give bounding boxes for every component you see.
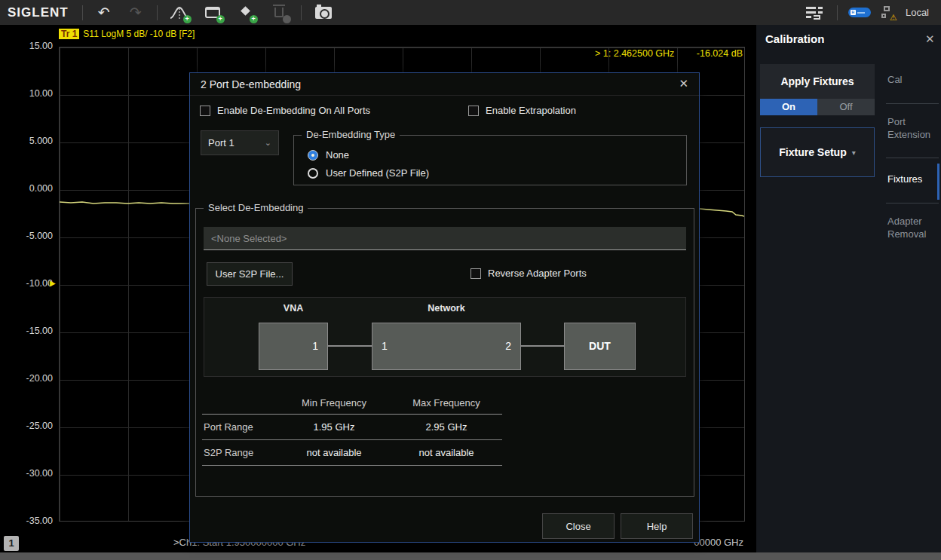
close-button[interactable]: Close <box>542 513 615 539</box>
plus-badge-icon: + <box>250 15 258 23</box>
fixture-setup-label: Fixture Setup <box>779 146 846 158</box>
user-s2p-file-button[interactable]: User S2P File... <box>207 262 293 286</box>
checkbox-icon[interactable] <box>200 106 210 116</box>
max-frequency-header: Max Frequency <box>391 397 502 409</box>
trace-badge[interactable]: Tr 1 <box>59 29 79 39</box>
network-label: Network <box>428 303 464 314</box>
siglent-logo: SIGLENT <box>8 5 69 20</box>
add-trace-icon[interactable]: + <box>168 3 191 23</box>
radio-unselected-icon[interactable] <box>308 168 318 179</box>
usb-device-icon[interactable]: H <box>848 8 871 17</box>
lan-node-icon <box>884 6 890 11</box>
tab-cal[interactable]: Cal <box>887 73 940 86</box>
table-row: Port Range 1.95 GHz 2.95 GHz <box>202 415 502 440</box>
reference-level-marker-icon[interactable]: ▶ <box>50 279 56 287</box>
trace-settings-label[interactable]: S11 LogM 5 dB/ -10 dB [F2] <box>83 29 195 39</box>
toolbar-right-group: H ⚠ Local <box>804 3 933 23</box>
add-marker-icon[interactable]: + <box>234 3 257 23</box>
network-port2-number: 2 <box>505 340 511 352</box>
checkbox-icon[interactable] <box>470 268 481 279</box>
tab-divider <box>886 158 939 158</box>
toggle-on[interactable]: On <box>760 99 817 115</box>
undo-icon[interactable]: ↶ <box>93 3 115 23</box>
port-range-min: 1.95 GHz <box>277 421 391 433</box>
local-mode-label[interactable]: Local <box>906 7 929 18</box>
y-axis-tick: 15.00 <box>5 41 53 51</box>
y-axis-tick: -20.00 <box>5 373 53 384</box>
port-range-max: 2.95 GHz <box>391 421 502 433</box>
toolbar-divider <box>301 5 302 20</box>
top-toolbar: SIGLENT ↶ ↷ + + + <box>0 0 941 25</box>
help-button[interactable]: Help <box>621 513 693 539</box>
fixture-setup-button[interactable]: Fixture Setup ▾ <box>760 127 875 177</box>
channel-badge[interactable]: 1 <box>4 536 19 551</box>
trace-segment-right <box>700 209 744 216</box>
s2p-range-label: S2P Range <box>202 447 277 458</box>
table-row: S2P Range not available not available <box>202 440 502 466</box>
de-embedding-type-group: De-Embedding Type None User Defined (S2P… <box>293 135 687 185</box>
layout-bars-icon <box>806 6 824 20</box>
tab-divider <box>886 203 939 203</box>
radio-label: None <box>326 149 349 161</box>
lan-status-icon[interactable]: ⚠ <box>881 6 895 20</box>
vna-label: VNA <box>284 303 303 314</box>
y-axis-tick: -25.00 <box>5 421 53 431</box>
marker-diamond-icon <box>241 6 250 16</box>
checkbox-icon[interactable] <box>468 106 479 116</box>
dialog-close-icon[interactable]: ✕ <box>679 77 688 90</box>
enable-extrapolation-checkbox[interactable]: Enable Extrapolation <box>468 105 576 116</box>
enable-all-ports-checkbox[interactable]: Enable De-Embedding On All Ports <box>200 105 370 116</box>
s2p-file-field[interactable]: <None Selected> <box>204 227 686 250</box>
port-select-dropdown[interactable]: Port 1 ⌄ <box>201 130 279 155</box>
plus-badge-icon: + <box>216 15 225 23</box>
y-axis-tick: -10.00 <box>5 278 53 289</box>
redo-icon[interactable]: ↷ <box>125 3 146 23</box>
radio-label: User Defined (S2P File) <box>326 167 429 179</box>
warning-icon: ⚠ <box>890 13 897 23</box>
network-diagram: VNA Network 1 1 2 DUT <box>204 297 686 377</box>
y-axis-tick: -15.00 <box>5 326 53 336</box>
radio-selected-icon[interactable] <box>308 150 318 161</box>
vna-box: 1 <box>259 323 328 370</box>
group-label: Select De-Embedding <box>204 202 308 213</box>
radio-none[interactable]: None <box>308 149 349 161</box>
toolbar-divider <box>837 5 838 20</box>
connector-line <box>328 345 372 347</box>
checkbox-label: Enable De-Embedding On All Ports <box>217 105 370 116</box>
plus-badge-icon: + <box>183 15 192 23</box>
checkbox-label: Reverse Adapter Ports <box>488 268 587 279</box>
calibration-sidebar: Calibration ✕ Apply Fixtures On Off Fixt… <box>756 25 941 552</box>
network-port1-number: 1 <box>382 340 388 352</box>
delete-icon[interactable] <box>268 3 290 23</box>
add-window-icon[interactable]: + <box>201 3 224 23</box>
min-frequency-header: Min Frequency <box>277 397 391 409</box>
y-axis-tick: 10.00 <box>5 88 53 99</box>
tab-adapter-removal[interactable]: Adapter Removal <box>887 215 940 240</box>
frequency-range-table: Min Frequency Max Frequency Port Range 1… <box>202 392 502 466</box>
bottom-window-edge <box>0 552 941 560</box>
toggle-off[interactable]: Off <box>817 99 875 115</box>
y-axis-tick: 0.000 <box>5 183 53 194</box>
app-window: SIGLENT ↶ ↷ + + + <box>0 0 941 560</box>
screen-layout-icon[interactable] <box>804 3 826 23</box>
tab-fixtures[interactable]: Fixtures <box>887 173 940 185</box>
radio-user-defined[interactable]: User Defined (S2P File) <box>308 167 429 179</box>
camera-icon <box>315 7 332 19</box>
chevron-down-icon: ⌄ <box>265 138 271 148</box>
reverse-adapter-ports-checkbox[interactable]: Reverse Adapter Ports <box>470 268 587 279</box>
screenshot-button[interactable] <box>312 3 335 23</box>
tab-port-extension[interactable]: Port Extension <box>887 115 940 141</box>
lan-node-icon <box>881 14 886 18</box>
sidebar-title: Calibration <box>765 32 824 45</box>
dropdown-triangle-icon: ▾ <box>852 148 856 157</box>
connector-line <box>521 345 564 347</box>
apply-fixtures-button[interactable]: Apply Fixtures <box>760 64 875 99</box>
y-axis-tick: -35.00 <box>5 516 53 526</box>
y-axis-tick: -30.00 <box>5 468 53 479</box>
port-range-label: Port Range <box>202 421 277 433</box>
sidebar-close-icon[interactable]: ✕ <box>925 32 935 46</box>
toolbar-divider <box>157 5 158 20</box>
tab-divider <box>886 103 939 104</box>
trace-info-bar[interactable]: Tr 1 S11 LogM 5 dB/ -10 dB [F2] <box>59 29 195 39</box>
table-header-row: Min Frequency Max Frequency <box>202 392 502 415</box>
